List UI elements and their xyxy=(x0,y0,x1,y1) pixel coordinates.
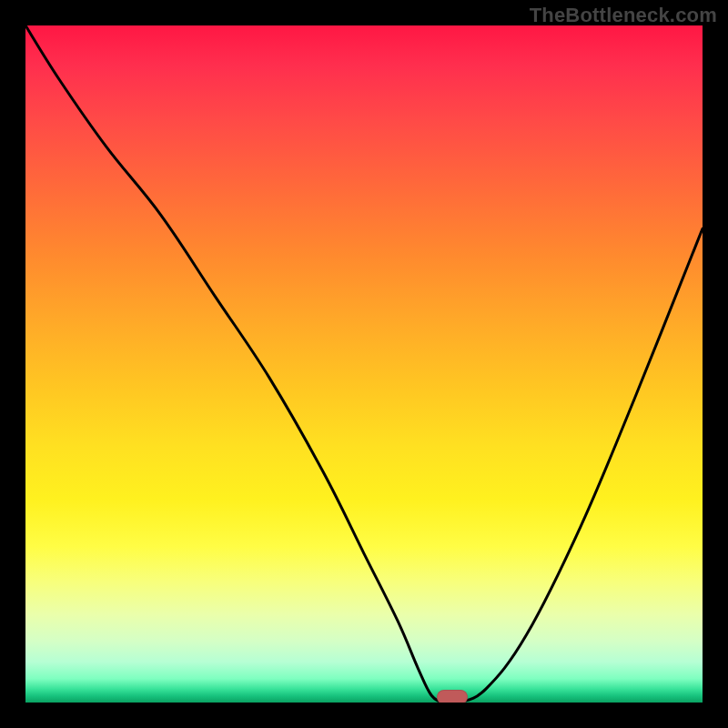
optimal-marker xyxy=(437,690,468,703)
chart-frame: TheBottleneck.com xyxy=(0,0,728,728)
plot-area xyxy=(25,25,703,703)
watermark-text: TheBottleneck.com xyxy=(530,4,717,27)
bottleneck-curve xyxy=(25,25,703,703)
